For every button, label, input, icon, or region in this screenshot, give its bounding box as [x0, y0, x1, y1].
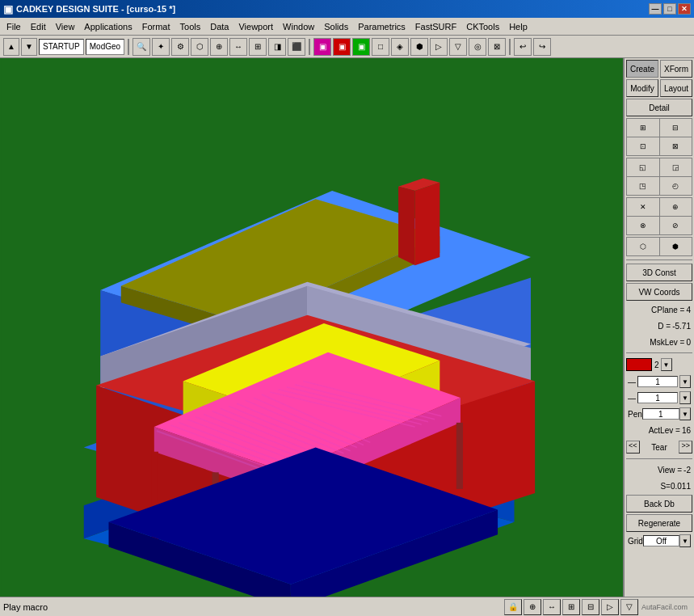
title-bar-controls[interactable]: — □ ✕	[649, 3, 691, 15]
icon-3[interactable]: ⊡	[627, 137, 659, 155]
tb-btn-11[interactable]: ▣	[333, 38, 351, 56]
title-bar: ▣ CADKEY DESIGN SUITE - [curso-15 *] — □…	[0, 0, 694, 18]
back-db-button[interactable]: Back Db	[626, 495, 692, 513]
icon-8[interactable]: ◴	[660, 177, 692, 195]
tb-btn-12[interactable]: ▣	[352, 38, 370, 56]
modgeo-label[interactable]: ModGeo	[86, 39, 124, 55]
line-dropdown-1[interactable]: ▼	[679, 375, 691, 388]
modify-layout-row: Modify Layout	[626, 79, 692, 97]
icon-7[interactable]: ◳	[627, 177, 659, 195]
pen-row: Pen 1 ▼	[626, 407, 692, 421]
status-icon-5[interactable]: ⊟	[582, 599, 599, 615]
maximize-button[interactable]: □	[663, 3, 676, 15]
layout-button[interactable]: Layout	[660, 79, 692, 97]
icon-9[interactable]: ✕	[627, 198, 659, 216]
color-dropdown[interactable]: ▼	[661, 358, 672, 371]
toolbar-sep-1	[128, 39, 129, 55]
minimize-button[interactable]: —	[649, 3, 662, 15]
icon-13[interactable]: ⬡	[627, 238, 659, 255]
tb-btn-15[interactable]: ⬢	[410, 38, 428, 56]
tb-btn-undo[interactable]: ↩	[514, 38, 532, 56]
tb-btn-14[interactable]: ◈	[391, 38, 409, 56]
divider-2	[626, 352, 692, 353]
tb-btn-5[interactable]: ⊕	[210, 38, 228, 56]
tb-btn-8[interactable]: ◨	[268, 38, 286, 56]
tb-btn-4[interactable]: ⬡	[191, 38, 208, 56]
3d-const-button[interactable]: 3D Const	[626, 264, 692, 281]
startup-label[interactable]: STARTUP	[39, 39, 84, 55]
line-dropdown-2[interactable]: ▼	[679, 391, 691, 404]
icon-11[interactable]: ⊗	[627, 217, 659, 234]
toolbar: ▲ ▼ STARTUP ModGeo 🔍 ✦ ⚙ ⬡ ⊕ ↔ ⊞ ◨ ⬛ ▣ ▣…	[0, 36, 694, 58]
color-swatch[interactable]	[626, 358, 652, 371]
icon-2[interactable]: ⊟	[660, 119, 692, 137]
detail-button[interactable]: Detail	[626, 99, 692, 116]
menu-item-data[interactable]: Data	[205, 20, 233, 33]
tb-btn-6[interactable]: ↔	[229, 38, 247, 56]
msklev-value: 0	[686, 338, 691, 347]
icon-1[interactable]: ⊞	[627, 119, 659, 137]
msklev-row: MskLev = 0	[626, 335, 692, 349]
tb-btn-9[interactable]: ⬛	[288, 38, 305, 56]
tear-row: << Tear >>	[626, 439, 692, 455]
status-icon-3[interactable]: ↔	[543, 599, 561, 615]
menu-item-tools[interactable]: Tools	[175, 20, 206, 33]
modify-button[interactable]: Modify	[626, 79, 658, 97]
pen-label: Pen	[628, 410, 642, 419]
tb-btn-3[interactable]: ⚙	[171, 38, 189, 56]
menu-item-window[interactable]: Window	[278, 20, 319, 33]
tb-btn-2[interactable]: ✦	[152, 38, 170, 56]
menu-item-file[interactable]: File	[2, 20, 26, 33]
tb-btn-18[interactable]: ◎	[469, 38, 486, 56]
menu-item-format[interactable]: Format	[137, 20, 175, 33]
menu-item-view[interactable]: View	[51, 20, 80, 33]
xform-button[interactable]: XForm	[660, 60, 692, 78]
regenerate-button[interactable]: Regenerate	[626, 514, 692, 532]
viewport[interactable]	[0, 58, 623, 597]
grid-dropdown[interactable]: ▼	[679, 534, 691, 547]
menu-item-applications[interactable]: Applications	[79, 20, 137, 33]
tb-btn-redo[interactable]: ↪	[533, 38, 551, 56]
icon-12[interactable]: ⊘	[660, 217, 692, 234]
tear-left-button[interactable]: <<	[626, 441, 640, 454]
icon-4[interactable]: ⊠	[660, 137, 692, 155]
menu-bar: File Edit View Applications Format Tools…	[0, 18, 694, 36]
status-icon-4[interactable]: ⊞	[562, 599, 580, 615]
tb-btn-17[interactable]: ▽	[449, 38, 467, 56]
cplane-value: 4	[686, 306, 691, 314]
status-icon-6[interactable]: ▷	[601, 599, 619, 615]
menu-item-help[interactable]: Help	[504, 20, 532, 33]
icon-5[interactable]: ◱	[627, 158, 659, 176]
tear-right-button[interactable]: >>	[679, 441, 692, 454]
tb-btn-13[interactable]: □	[372, 38, 389, 56]
toolbar-down-arrow[interactable]: ▼	[21, 38, 37, 56]
view-value: -2	[683, 466, 691, 475]
toolbar-sep-3	[509, 39, 511, 55]
status-icon-1[interactable]: 🔒	[504, 599, 522, 615]
actlev-row: ActLev = 16	[626, 423, 692, 437]
tb-btn-19[interactable]: ⊠	[488, 38, 506, 56]
menu-item-cktools[interactable]: CKTools	[461, 20, 504, 33]
tb-btn-1[interactable]: 🔍	[132, 38, 150, 56]
toolbar-up-arrow[interactable]: ▲	[3, 38, 19, 56]
menu-item-parametrics[interactable]: Parametrics	[353, 20, 410, 33]
scene-background	[0, 58, 623, 597]
icon-10[interactable]: ⊕	[660, 198, 692, 216]
status-icon-2[interactable]: ⊕	[524, 599, 541, 615]
menu-item-viewport[interactable]: Viewport	[233, 20, 278, 33]
icon-6[interactable]: ◲	[660, 158, 692, 176]
vw-coords-button[interactable]: VW Coords	[626, 283, 692, 301]
menu-item-edit[interactable]: Edit	[26, 20, 51, 33]
icon-grid-2: ◱ ◲ ◳ ◴	[626, 158, 692, 196]
status-icon-7[interactable]: ▽	[620, 599, 638, 615]
icon-14[interactable]: ⬢	[660, 238, 692, 255]
menu-item-solids[interactable]: Solids	[319, 20, 353, 33]
pen-dropdown[interactable]: ▼	[679, 407, 691, 420]
icon-grid-1: ⊞ ⊟ ⊡ ⊠	[626, 118, 692, 156]
tb-btn-16[interactable]: ▷	[430, 38, 448, 56]
menu-item-fastsurf[interactable]: FastSURF	[410, 20, 461, 33]
create-button[interactable]: Create	[626, 60, 658, 78]
tb-btn-7[interactable]: ⊞	[249, 38, 267, 56]
close-button[interactable]: ✕	[678, 3, 691, 15]
tb-btn-10[interactable]: ▣	[313, 38, 331, 56]
